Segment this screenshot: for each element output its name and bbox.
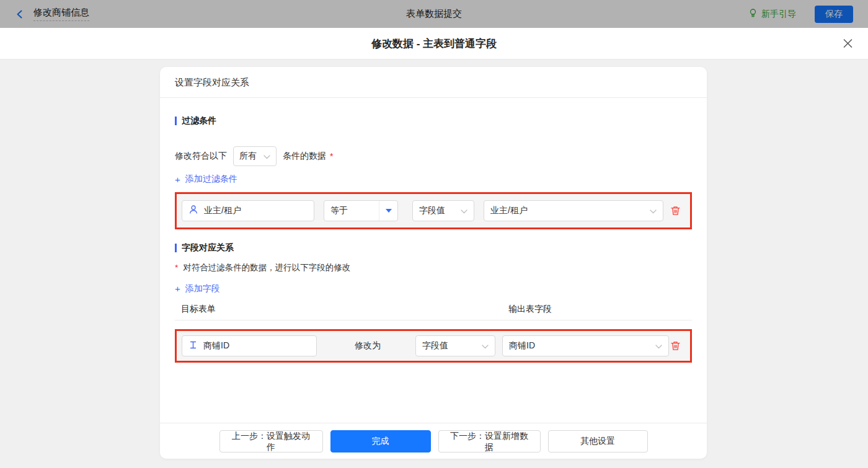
chevron-down-icon	[461, 206, 467, 216]
plus-icon: +	[175, 283, 180, 294]
section-bar-icon	[175, 117, 177, 125]
section-bar-icon	[175, 244, 177, 252]
text-field-icon	[188, 340, 198, 351]
card-footer: 上一步：设置触发动作 完成 下一步：设置新增数据 其他设置	[160, 423, 707, 459]
chevron-down-icon	[650, 206, 657, 216]
modal-body: 设置字段对应关系 过滤条件 修改符合以下 所有 条件的数据 *	[0, 60, 868, 468]
filter-prefix-label: 修改符合以下	[175, 151, 227, 162]
user-icon	[188, 205, 198, 216]
add-field-link[interactable]: + 添加字段	[175, 283, 220, 294]
top-bar: 修改商铺信息 表单数据提交 新手引导 保存	[0, 0, 868, 28]
modal-header: 修改数据 - 主表到普通字段	[0, 28, 868, 60]
delete-row-icon[interactable]	[670, 340, 681, 351]
next-step-button[interactable]: 下一步：设置新增数据	[438, 430, 541, 453]
delete-row-icon[interactable]	[670, 205, 681, 216]
beginner-guide-link[interactable]: 新手引导	[748, 8, 796, 20]
mapping-section-title: 字段对应关系	[175, 242, 692, 254]
done-button[interactable]: 完成	[330, 430, 431, 453]
operator-select[interactable]: 等于	[324, 200, 398, 221]
mapping-description: * 对符合过滤条件的数据，进行以下字段的修改	[175, 262, 692, 273]
filter-suffix-label: 条件的数据	[283, 151, 326, 162]
filter-section-title: 过滤条件	[175, 115, 692, 126]
add-filter-condition-link[interactable]: + 添加过滤条件	[175, 174, 237, 185]
beginner-guide-label: 新手引导	[761, 9, 796, 20]
chevron-down-icon	[482, 341, 489, 351]
save-button[interactable]: 保存	[815, 6, 853, 23]
caret-down-icon	[379, 201, 397, 221]
mapping-table-headers: 目标表单 输出表字段	[175, 304, 692, 320]
modify-to-label: 修改为	[350, 340, 386, 351]
back-icon[interactable]	[15, 9, 25, 19]
output-field-header: 输出表字段	[508, 304, 552, 315]
other-settings-button[interactable]: 其他设置	[548, 430, 648, 453]
required-mark: *	[175, 263, 178, 272]
chevron-down-icon	[264, 151, 270, 161]
chevron-down-icon	[655, 341, 662, 351]
filter-condition-line: 修改符合以下 所有 条件的数据 *	[175, 146, 692, 166]
plus-icon: +	[175, 174, 180, 185]
page-title: 表单数据提交	[406, 8, 462, 20]
mapping-row: 商铺ID 修改为 字段值 商铺ID	[175, 329, 692, 363]
lightbulb-icon	[748, 8, 758, 20]
prev-step-button[interactable]: 上一步：设置触发动作	[219, 430, 323, 453]
target-form-header: 目标表单	[181, 304, 216, 315]
value-type-select[interactable]: 字段值	[415, 335, 495, 356]
value-type-select[interactable]: 字段值	[412, 200, 474, 221]
required-mark: *	[330, 151, 333, 161]
modal-title: 修改数据 - 主表到普通字段	[371, 37, 497, 51]
settings-card: 设置字段对应关系 过滤条件 修改符合以下 所有 条件的数据 *	[160, 67, 707, 459]
value-select[interactable]: 业主/租户	[484, 200, 663, 221]
output-field-select[interactable]: 商铺ID	[502, 335, 669, 356]
workflow-title[interactable]: 修改商铺信息	[33, 7, 89, 21]
target-field-input[interactable]: 商铺ID	[182, 335, 317, 356]
condition-mode-select[interactable]: 所有	[233, 146, 277, 166]
filter-row: 业主/租户 等于 字段值 业主/租户	[175, 192, 692, 229]
close-icon[interactable]	[843, 38, 853, 49]
filter-field-input[interactable]: 业主/租户	[182, 200, 314, 221]
card-header: 设置字段对应关系	[160, 67, 707, 98]
